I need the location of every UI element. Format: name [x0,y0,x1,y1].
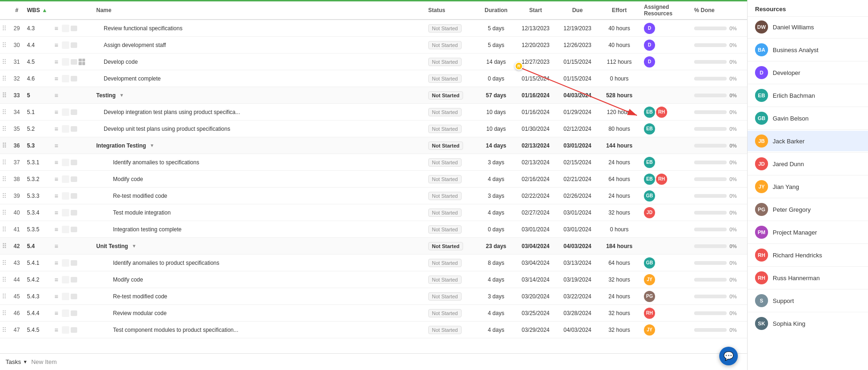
drag-handle[interactable]: ⠿ [0,25,8,32]
drag-handle[interactable]: ⠿ [0,192,8,200]
status-cell[interactable]: Not Started [426,192,477,200]
status-cell[interactable]: Not Started [426,242,477,250]
tasks-button[interactable]: Tasks ▼ [6,358,27,365]
row-menu[interactable]: ≡ [51,41,62,49]
status-cell[interactable]: Not Started [426,58,477,66]
table-row[interactable]: ⠿ 37 5.3.1 ≡ Identify anomalies to speci… [0,154,747,171]
drag-handle[interactable]: ⠿ [0,159,8,166]
row-menu[interactable]: ≡ [51,92,62,99]
row-menu[interactable]: ≡ [51,326,62,334]
table-row[interactable]: ⠿ 44 5.4.2 ≡ Modify code Not Started 4 d… [0,271,747,288]
drag-handle[interactable]: ⠿ [0,326,8,334]
status-cell[interactable]: Not Started [426,158,477,167]
status-cell[interactable]: Not Started [426,24,477,33]
table-row[interactable]: ⠿ 40 5.3.4 ≡ Test module integration Not… [0,204,747,221]
row-menu[interactable]: ≡ [51,293,62,300]
table-row[interactable]: ⠿ 35 5.2 ≡ Develop unit test plans using… [0,121,747,137]
sidebar-item-russ-hannerman[interactable]: RH Russ Hannerman [748,268,868,288]
table-row[interactable]: ⠿ 29 4.3 ≡ Review functional specificati… [0,20,747,37]
drag-handle[interactable]: ⠿ [0,108,8,116]
table-row[interactable]: ⠿ 30 4.4 ≡ Assign development staff Not … [0,37,747,54]
collapse-button[interactable]: ▼ [119,93,124,98]
row-menu[interactable]: ≡ [51,226,62,233]
drag-handle[interactable]: ⠿ [0,125,8,133]
chat-fab[interactable]: 💬 [719,347,738,365]
row-menu[interactable]: ≡ [51,108,62,116]
sidebar-item-developer[interactable]: D Developer [748,62,868,83]
row-menu[interactable]: ≡ [51,209,62,216]
row-menu[interactable]: ≡ [51,58,62,66]
table-row[interactable]: ⠿ 38 5.3.2 ≡ Modify code Not Started 4 d… [0,171,747,188]
row-menu[interactable]: ≡ [51,75,62,82]
status-cell[interactable]: Not Started [426,74,477,83]
row-menu[interactable]: ≡ [51,276,62,283]
status-cell[interactable]: Not Started [426,276,477,284]
table-row[interactable]: ⠿ 34 5.1 ≡ Develop integration test plan… [0,104,747,121]
row-menu[interactable]: ≡ [51,125,62,133]
drag-handle[interactable]: ⠿ [0,92,8,99]
sidebar-item-richard-hendricks[interactable]: RH Richard Hendricks [748,245,868,265]
status-cell[interactable]: Not Started [426,259,477,267]
assigned-cell: GB [640,257,691,269]
row-menu[interactable]: ≡ [51,309,62,317]
tasks-dropdown-icon[interactable]: ▼ [23,359,27,364]
table-row[interactable]: ⠿ 45 5.4.3 ≡ Re-test modified code Not S… [0,288,747,305]
new-item-button[interactable]: New Item [31,358,57,365]
drag-handle[interactable]: ⠿ [0,58,8,66]
sidebar-item-support[interactable]: S Support [748,290,868,311]
drag-handle[interactable]: ⠿ [0,175,8,183]
status-cell[interactable]: Not Started [426,326,477,334]
row-menu[interactable]: ≡ [51,142,62,149]
table-row[interactable]: ⠿ 43 5.4.1 ≡ Identify anomalies to produ… [0,255,747,271]
sidebar-item-sophia-king[interactable]: SK Sophia King [748,313,868,334]
sidebar-item-peter-gregory[interactable]: PG Peter Gregory [748,199,868,220]
collapse-button[interactable]: ▼ [132,243,136,249]
col-wbs-header[interactable]: WBS ▲ [25,7,51,13]
status-cell[interactable]: Not Started [426,125,477,133]
sidebar-item-erlich-bachman[interactable]: EB Erlich Bachman [748,85,868,106]
drag-handle[interactable]: ⠿ [0,142,8,149]
status-cell[interactable]: Not Started [426,175,477,183]
sidebar-item-business-analyst[interactable]: BA Business Analyst [748,40,868,60]
table-row[interactable]: ⠿ 39 5.3.3 ≡ Re-test modified code Not S… [0,188,747,204]
row-menu[interactable]: ≡ [51,242,62,250]
status-cell[interactable]: Not Started [426,292,477,301]
sidebar-item-project-manager[interactable]: PM Project Manager [748,222,868,242]
status-cell[interactable]: Not Started [426,91,477,100]
table-row[interactable]: ⠿ 41 5.3.5 ≡ Integration testing complet… [0,221,747,238]
drag-handle[interactable]: ⠿ [0,293,8,300]
drag-handle[interactable]: ⠿ [0,226,8,233]
sidebar-item-jared-dunn[interactable]: JD Jared Dunn [748,154,868,174]
status-cell[interactable]: Not Started [426,225,477,234]
table-row[interactable]: ⠿ 36 5.3 ≡ Integration Testing▼ Not Star… [0,137,747,154]
status-cell[interactable]: Not Started [426,309,477,317]
drag-handle[interactable]: ⠿ [0,259,8,267]
drag-handle[interactable]: ⠿ [0,309,8,317]
table-row[interactable]: ⠿ 46 5.4.4 ≡ Review modular code Not Sta… [0,305,747,322]
table-row[interactable]: ⠿ 47 5.4.5 ≡ Test component modules to p… [0,322,747,338]
table-row[interactable]: ⠿ 31 4.5 ≡ Develop code Not Started 14 d… [0,54,747,70]
sidebar-item-jack-barker[interactable]: JB Jack Barker [748,131,868,151]
sidebar-item-gavin-belson[interactable]: GB Gavin Belson [748,108,868,128]
drag-handle[interactable]: ⠿ [0,276,8,283]
row-menu[interactable]: ≡ [51,259,62,267]
status-cell[interactable]: Not Started [426,41,477,49]
collapse-button[interactable]: ▼ [150,143,154,148]
drag-handle[interactable]: ⠿ [0,242,8,250]
chat-icon [71,42,77,48]
drag-handle[interactable]: ⠿ [0,209,8,216]
status-cell[interactable]: Not Started [426,108,477,116]
status-cell[interactable]: Not Started [426,209,477,217]
sidebar-item-jian-yang[interactable]: JY Jian Yang [748,176,868,197]
row-menu[interactable]: ≡ [51,175,62,183]
table-row[interactable]: ⠿ 42 5.4 ≡ Unit Testing▼ Not Started 23 … [0,238,747,255]
row-menu[interactable]: ≡ [51,159,62,166]
sidebar-item-daniel-williams[interactable]: DW Daniel Williams [748,17,868,37]
row-menu[interactable]: ≡ [51,25,62,32]
table-row[interactable]: ⠿ 33 5 ≡ Testing▼ Not Started 57 days 01… [0,87,747,104]
table-row[interactable]: ⠿ 32 4.6 ≡ Development complete Not Star… [0,70,747,87]
status-cell[interactable]: Not Started [426,141,477,150]
drag-handle[interactable]: ⠿ [0,41,8,49]
row-menu[interactable]: ≡ [51,192,62,200]
drag-handle[interactable]: ⠿ [0,75,8,82]
